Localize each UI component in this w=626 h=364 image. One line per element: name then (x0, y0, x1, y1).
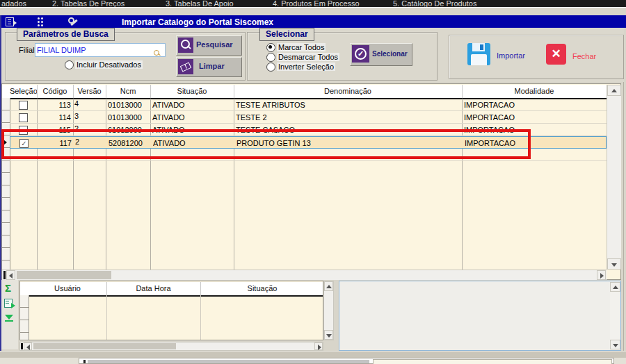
column-header[interactable]: Situação (150, 87, 234, 95)
cell-codigo: 115 (38, 126, 71, 134)
column-header[interactable]: Data Hora (106, 284, 200, 292)
row-checkbox[interactable]: ✓ (19, 139, 29, 148)
cell-denominacao: TESTE 2 (236, 113, 460, 122)
sum-icon[interactable]: Σ (5, 282, 11, 294)
cell-modalidade: IMPORTACAO (465, 139, 604, 147)
filial-input[interactable] (35, 43, 166, 57)
save-disk-icon (467, 43, 490, 65)
export-document-icon[interactable] (6, 17, 14, 26)
history-grid-header: UsuárioData HoraSituação (20, 282, 323, 297)
history-vertical-scrollbar[interactable] (323, 281, 334, 340)
search-panel-title: Parâmetros de Busca (17, 28, 115, 41)
cell-modalidade: IMPORTACAO (464, 101, 603, 109)
detail-vertical-scrollbar[interactable] (610, 282, 620, 349)
grid-horizontal-scrollbar[interactable] (2, 270, 607, 280)
incluir-desativados-label: Incluir Desativados (75, 60, 143, 69)
table-row[interactable]: 115261012000ATIVADOTESTE CASACOIMPORTACA… (10, 124, 607, 136)
wrench-icon[interactable] (68, 17, 78, 27)
close-x-icon: ✕ (546, 44, 566, 65)
limpar-button[interactable]: Limpar (176, 57, 242, 77)
current-row-indicator (3, 140, 7, 145)
column-header[interactable]: Denominação (234, 87, 462, 95)
selecionar-button[interactable]: ✓ Selecionar (350, 43, 412, 66)
table-row[interactable]: 113401013000ATIVADOTESTE ATRIBUTOSIMPORT… (10, 99, 607, 111)
cell-codigo: 117 (39, 139, 72, 147)
cell-codigo: 114 (38, 113, 71, 122)
cell-ncm: 01013000 (108, 113, 148, 122)
cell-versao: 4 (74, 99, 104, 108)
cell-situacao: ATIVADO (152, 113, 232, 122)
export-document-arrow-icon (14, 21, 17, 25)
select-option-radio[interactable] (266, 53, 275, 62)
menu-item[interactable]: 5. Catálogo De Produtos (393, 0, 476, 7)
export-grid-arrow-icon (11, 303, 15, 308)
select-option-label: Marcar Todos (277, 43, 326, 51)
column-header[interactable]: Versão (73, 87, 106, 95)
row-checkbox[interactable] (19, 113, 28, 122)
menu-item[interactable]: 4. Produtos Em Processo (273, 0, 360, 7)
cell-denominacao: PRODUTO GETIN 13 (236, 139, 460, 147)
row-checkbox[interactable] (19, 101, 28, 110)
window-title-bar: Importar Catalogo do Portal Siscomex (0, 15, 626, 28)
detail-panel (339, 281, 621, 351)
history-row-gutter (20, 295, 29, 340)
eraser-icon (178, 59, 193, 74)
search-icon (178, 38, 193, 53)
importar-button[interactable]: Importar (467, 43, 527, 68)
incluir-desativados-radio[interactable] (65, 60, 74, 69)
cell-versao: 3 (74, 112, 104, 120)
menu-item[interactable]: 2. Tabelas De Preços (52, 0, 125, 7)
cell-versao: 2 (74, 124, 104, 133)
select-option-radio[interactable] (266, 43, 275, 52)
top-menu-bar: adados2. Tabelas De Preços3. Tabelas De … (0, 0, 626, 7)
cell-situacao: ATIVADO (153, 139, 232, 147)
table-row[interactable]: ✓117252081200ATIVADOPRODUTO GETIN 13IMPO… (10, 136, 607, 149)
app-window: adados2. Tabelas De Preços3. Tabelas De … (0, 0, 626, 364)
empty-row (10, 149, 607, 161)
column-header[interactable]: Código (37, 87, 73, 95)
background-window-strip (0, 358, 626, 364)
select-option-radio[interactable] (266, 63, 275, 72)
pesquisar-button[interactable]: Pesquisar (176, 35, 242, 56)
filter-icon[interactable] (5, 315, 13, 320)
filter-icon-base (5, 320, 13, 322)
toolbar: Parâmetros de Busca Filial Incluir Desat… (1, 28, 624, 82)
product-grid-header: SeleçãoCódigoVersãoNcmSituaçãoDenominaçã… (2, 85, 607, 99)
cell-ncm: 52081200 (109, 139, 149, 147)
lookup-magnifier-icon[interactable] (154, 50, 159, 56)
cell-denominacao: TESTE ATRIBUTOS (236, 101, 460, 109)
history-grid: UsuárioData HoraSituação (19, 281, 323, 340)
select-panel-title: Selecionar (259, 28, 314, 41)
product-grid: SeleçãoCódigoVersãoNcmSituaçãoDenominaçã… (1, 83, 621, 280)
filial-label: Filial (19, 46, 35, 54)
cell-denominacao: TESTE CASACO (236, 126, 460, 134)
fechar-label: Fechar (572, 52, 596, 60)
cell-ncm: 61012000 (108, 126, 148, 134)
menu-item[interactable]: adados (1, 0, 26, 7)
column-header[interactable]: Modalidade (462, 87, 607, 95)
column-header[interactable]: Situação (200, 284, 324, 292)
cell-ncm: 01013000 (108, 101, 148, 109)
table-row[interactable]: 114301013000ATIVADOTESTE 2IMPORTACAO (10, 111, 607, 124)
grid-vertical-scrollbar[interactable] (607, 85, 621, 270)
column-header[interactable]: Usuário (29, 284, 106, 292)
select-option-label: Desmarcar Todos (277, 53, 339, 61)
cell-situacao: ATIVADO (152, 126, 232, 134)
menu-item[interactable]: 3. Tabelas De Apoio (166, 0, 234, 7)
cell-modalidade: IMPORTACAO (464, 126, 603, 134)
importar-label: Importar (497, 51, 525, 60)
column-header[interactable]: Ncm (106, 87, 150, 95)
column-header[interactable]: Seleção (10, 87, 37, 95)
cell-modalidade: IMPORTACAO (464, 113, 603, 122)
cell-codigo: 113 (38, 101, 71, 109)
status-dots-icon[interactable] (38, 17, 43, 26)
select-option-label: Inverter Seleção (277, 63, 335, 71)
window-title: Importar Catalogo do Portal Siscomex (122, 17, 273, 27)
history-horizontal-scrollbar[interactable] (19, 342, 323, 351)
fechar-button[interactable]: ✕ Fechar (546, 44, 598, 67)
cell-situacao: ATIVADO (152, 101, 232, 109)
side-toolbar: Σ (1, 280, 18, 349)
check-circle-icon: ✓ (352, 45, 369, 63)
row-checkbox[interactable] (19, 126, 28, 135)
cell-versao: 2 (75, 138, 104, 146)
